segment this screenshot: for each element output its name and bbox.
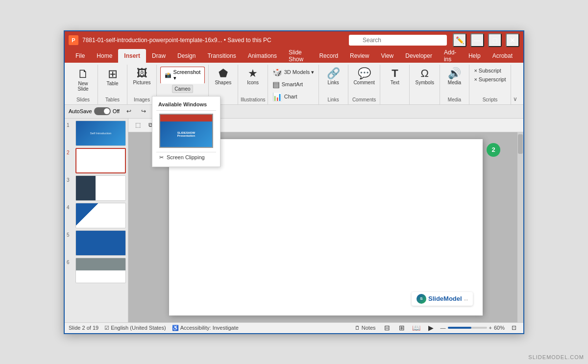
zoom-out-button[interactable]: — — [441, 325, 446, 331]
redo-button[interactable]: ↪ — [138, 106, 149, 117]
powerpoint-logo: P — [69, 35, 78, 45]
cameo-button[interactable]: Cameo — [172, 85, 193, 93]
zoom-bar — [448, 327, 487, 329]
tab-addins[interactable]: Add-ins — [438, 49, 463, 63]
slides-group-label: Slides — [76, 95, 90, 102]
view-presenter-button[interactable]: ▶ — [426, 322, 437, 333]
tab-draw[interactable]: Draw — [146, 49, 172, 63]
smartart-icon: ▤ — [272, 80, 280, 89]
screenshot-dropdown: Available Windows SLIDESHOWPresentation … — [152, 96, 220, 167]
ribbon-group-text: T Text — [380, 65, 410, 104]
tab-help[interactable]: Help — [463, 49, 487, 63]
screen-clipping-button[interactable]: ✂ Screen Clipping — [156, 152, 216, 163]
icons-button[interactable]: ★ Icons — [241, 67, 265, 87]
ribbon: 🗋 NewSlide Slides ⊞ Table Tables 🖼 Pictu… — [65, 63, 523, 105]
slide-thumbnail-4[interactable] — [75, 203, 126, 228]
new-slide-icon: 🗋 — [77, 68, 89, 80]
fit-window-button[interactable]: ⊡ — [509, 322, 519, 333]
shapes-button[interactable]: ⬟ Shapes — [211, 67, 235, 87]
slide-item-4[interactable]: 4 — [67, 203, 126, 228]
maximize-button[interactable]: □ — [488, 33, 502, 47]
ribbon-group-comments: 💬 Comment Comments — [348, 65, 381, 104]
sm-logo-icon: S — [416, 294, 426, 304]
thumbnail-text: SLIDESHOWPresentation — [177, 131, 195, 137]
symbols-button[interactable]: Ω Symbols — [413, 67, 437, 87]
subscript-button[interactable]: × Subscript — [471, 67, 509, 74]
slide-panel: 1 Self Introduction 2 3 — [65, 119, 128, 322]
slide-item-3[interactable]: 3 — [67, 175, 126, 201]
tab-design[interactable]: Design — [172, 49, 201, 63]
view-reading-button[interactable]: 📖 — [411, 322, 422, 333]
tab-slideshow[interactable]: Slide Show — [283, 49, 313, 63]
comment-button[interactable]: 💬 Comment — [350, 67, 377, 87]
ribbon-group-icons: ★ Icons Illustrations — [238, 65, 269, 104]
tab-review[interactable]: Review — [344, 49, 375, 63]
chart-icon: 📊 — [272, 92, 282, 101]
scissors-icon: ✂ — [159, 154, 164, 161]
table-button[interactable]: ⊞ Table — [101, 67, 124, 88]
slide-thumbnail-6[interactable] — [75, 258, 126, 283]
smartart-button[interactable]: ▤ SmartArt — [270, 79, 318, 90]
autosave-toggle: AutoSave Off — [69, 107, 120, 115]
zoom-in-button[interactable]: + — [489, 325, 492, 331]
ribbon-expand-button[interactable]: ∨ — [511, 94, 519, 104]
slide-thumbnail-5[interactable] — [75, 230, 126, 256]
search-input[interactable] — [349, 35, 447, 46]
table-icon: ⊞ — [108, 68, 118, 80]
links-icon: 🔗 — [327, 68, 340, 79]
screenshot-button[interactable]: 📸 Screenshot ▾ — [160, 67, 205, 84]
slide-thumbnail-1[interactable]: Self Introduction — [75, 121, 126, 146]
accessibility-indicator[interactable]: ♿ Accessibility: Investigate — [172, 325, 239, 331]
3d-models-button[interactable]: 🎲 3D Models ▾ — [270, 67, 318, 78]
symbols-icon: Ω — [420, 68, 428, 79]
tab-view[interactable]: View — [375, 49, 399, 63]
app-window: P 7881-01-self-introduction-powerpoint-t… — [64, 30, 524, 334]
undo-button[interactable]: ↩ — [123, 106, 134, 117]
media-button[interactable]: 🔊 Media — [442, 67, 466, 87]
autosave-bar: AutoSave Off ↩ ↪ — [65, 105, 523, 119]
tab-home[interactable]: Home — [91, 49, 118, 63]
slide-item-1[interactable]: 1 Self Introduction — [67, 121, 126, 146]
illustrations-buttons: 🎲 3D Models ▾ ▤ SmartArt 📊 Chart — [270, 67, 318, 102]
tab-transitions[interactable]: Transitions — [201, 49, 242, 63]
window-title: 7881-01-self-introduction-powerpoint-tem… — [82, 37, 349, 44]
comment-icon: 💬 — [358, 68, 371, 79]
slide-thumbnail-3[interactable] — [75, 175, 126, 201]
autosave-switch[interactable] — [94, 107, 111, 115]
pictures-button[interactable]: 🖼 Pictures — [130, 67, 153, 87]
minimize-button[interactable]: — — [470, 33, 484, 47]
tab-acrobat[interactable]: Acrobat — [487, 49, 518, 63]
window-thumbnail[interactable]: SLIDESHOWPresentation — [159, 114, 213, 148]
tab-animations[interactable]: Animations — [242, 49, 283, 63]
links-button[interactable]: 🔗 Links — [321, 67, 345, 87]
tab-insert[interactable]: Insert — [118, 49, 146, 63]
text-button[interactable]: T Text — [383, 67, 407, 87]
pen-button[interactable]: ✏️ — [453, 33, 466, 47]
notes-button[interactable]: 🗒 Notes — [353, 324, 378, 332]
close-button[interactable]: ✕ — [506, 33, 519, 47]
new-slide-button[interactable]: 🗋 NewSlide — [72, 67, 95, 93]
notes-icon: 🗒 — [355, 325, 360, 331]
slide-item-6[interactable]: 6 — [67, 258, 126, 283]
text-icon: T — [392, 68, 398, 79]
view-slide-sorter-button[interactable]: ⊞ — [396, 322, 407, 333]
status-bar: Slide 2 of 19 ☑ English (United States) … — [65, 322, 523, 333]
slide-num-2: 2 — [67, 150, 74, 155]
available-windows-header: Available Windows — [156, 100, 216, 111]
ribbon-group-slides: 🗋 NewSlide Slides — [69, 65, 98, 104]
ribbon-group-tables: ⊞ Table Tables — [98, 65, 127, 104]
scripts-group-label: Scripts — [483, 95, 498, 102]
fit-slide-button[interactable]: ⬚ — [132, 120, 143, 130]
superscript-button[interactable]: × Superscript — [471, 75, 509, 83]
zoom-control: — + 60% — [441, 325, 505, 331]
slide-thumbnail-2[interactable] — [75, 148, 126, 173]
tab-file[interactable]: File — [70, 49, 91, 63]
chart-button[interactable]: 📊 Chart — [270, 91, 318, 102]
slide-item-5[interactable]: 5 — [67, 230, 126, 256]
tab-record[interactable]: Record — [313, 49, 344, 63]
tab-developer[interactable]: Developer — [399, 49, 438, 63]
slide-item-2[interactable]: 2 — [67, 148, 126, 173]
sm-logo-text: SlideModel — [428, 295, 462, 302]
view-normal-button[interactable]: ⊟ — [382, 322, 392, 333]
right-scrollbar[interactable] — [517, 132, 523, 322]
